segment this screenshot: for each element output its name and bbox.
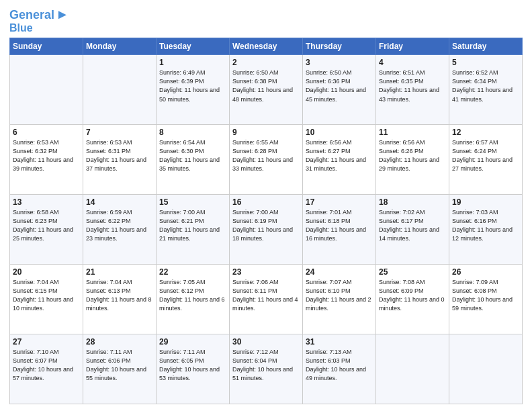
calendar-cell: 12Sunrise: 6:57 AM Sunset: 6:24 PM Dayli…	[449, 125, 523, 195]
day-number: 10	[306, 128, 373, 137]
calendar-cell: 7Sunrise: 6:53 AM Sunset: 6:31 PM Daylig…	[83, 125, 157, 195]
day-info: Sunrise: 7:06 AM Sunset: 6:11 PM Dayligh…	[232, 278, 300, 313]
calendar-cell: 31Sunrise: 7:13 AM Sunset: 6:03 PM Dayli…	[303, 334, 376, 404]
calendar-header-saturday: Saturday	[449, 38, 523, 55]
calendar-cell: 22Sunrise: 7:05 AM Sunset: 6:12 PM Dayli…	[157, 265, 230, 334]
calendar-cell: 24Sunrise: 7:07 AM Sunset: 6:10 PM Dayli…	[303, 265, 376, 334]
day-number: 13	[13, 197, 80, 207]
day-info: Sunrise: 6:57 AM Sunset: 6:24 PM Dayligh…	[452, 138, 519, 173]
calendar-week-4: 20Sunrise: 7:04 AM Sunset: 6:15 PM Dayli…	[10, 265, 523, 334]
day-number: 28	[86, 337, 153, 347]
calendar-cell: 20Sunrise: 7:04 AM Sunset: 6:15 PM Dayli…	[10, 265, 83, 334]
day-number: 5	[452, 58, 519, 67]
day-info: Sunrise: 7:04 AM Sunset: 6:13 PM Dayligh…	[86, 278, 153, 313]
day-number: 25	[379, 267, 446, 277]
day-info: Sunrise: 6:54 AM Sunset: 6:30 PM Dayligh…	[159, 138, 226, 173]
day-number: 27	[13, 337, 80, 347]
calendar-cell: 3Sunrise: 6:50 AM Sunset: 6:36 PM Daylig…	[303, 55, 376, 125]
calendar-header-tuesday: Tuesday	[157, 38, 230, 55]
day-number: 21	[86, 267, 153, 277]
day-number: 29	[159, 337, 226, 347]
day-info: Sunrise: 6:49 AM Sunset: 6:39 PM Dayligh…	[159, 68, 226, 103]
logo-blue-text: Blue	[9, 22, 33, 34]
day-number: 24	[306, 267, 373, 277]
logo: General► Blue	[9, 7, 69, 34]
calendar-cell: 6Sunrise: 6:53 AM Sunset: 6:32 PM Daylig…	[10, 125, 83, 195]
day-number: 18	[379, 197, 446, 207]
calendar-header: SundayMondayTuesdayWednesdayThursdayFrid…	[10, 38, 523, 55]
calendar-cell: 18Sunrise: 7:02 AM Sunset: 6:17 PM Dayli…	[376, 195, 449, 265]
day-info: Sunrise: 7:05 AM Sunset: 6:12 PM Dayligh…	[159, 278, 226, 313]
calendar-cell: 17Sunrise: 7:01 AM Sunset: 6:18 PM Dayli…	[303, 195, 376, 265]
calendar-header-wednesday: Wednesday	[230, 38, 303, 55]
calendar-cell: 26Sunrise: 7:09 AM Sunset: 6:08 PM Dayli…	[449, 265, 523, 334]
day-info: Sunrise: 7:13 AM Sunset: 6:03 PM Dayligh…	[306, 348, 373, 383]
calendar-week-1: 1Sunrise: 6:49 AM Sunset: 6:39 PM Daylig…	[10, 55, 523, 125]
day-info: Sunrise: 6:58 AM Sunset: 6:23 PM Dayligh…	[13, 208, 80, 243]
day-info: Sunrise: 7:11 AM Sunset: 6:05 PM Dayligh…	[159, 348, 226, 383]
calendar-cell	[10, 55, 83, 125]
calendar-cell: 14Sunrise: 6:59 AM Sunset: 6:22 PM Dayli…	[83, 195, 157, 265]
day-number: 22	[159, 267, 226, 277]
day-info: Sunrise: 7:09 AM Sunset: 6:08 PM Dayligh…	[452, 278, 519, 313]
day-info: Sunrise: 7:03 AM Sunset: 6:16 PM Dayligh…	[452, 208, 519, 243]
calendar-cell: 1Sunrise: 6:49 AM Sunset: 6:39 PM Daylig…	[157, 55, 230, 125]
day-info: Sunrise: 6:50 AM Sunset: 6:38 PM Dayligh…	[232, 68, 300, 103]
day-info: Sunrise: 6:55 AM Sunset: 6:28 PM Dayligh…	[232, 138, 300, 173]
day-info: Sunrise: 6:59 AM Sunset: 6:22 PM Dayligh…	[86, 208, 153, 243]
day-number: 17	[306, 197, 373, 207]
day-info: Sunrise: 7:00 AM Sunset: 6:19 PM Dayligh…	[232, 208, 300, 243]
calendar-header-sunday: Sunday	[10, 38, 83, 55]
calendar-cell: 27Sunrise: 7:10 AM Sunset: 6:07 PM Dayli…	[10, 334, 83, 404]
calendar-header-monday: Monday	[83, 38, 157, 55]
day-number: 7	[86, 128, 153, 137]
day-info: Sunrise: 6:56 AM Sunset: 6:26 PM Dayligh…	[379, 138, 446, 173]
calendar-header-thursday: Thursday	[303, 38, 376, 55]
day-info: Sunrise: 7:11 AM Sunset: 6:06 PM Dayligh…	[86, 348, 153, 383]
calendar-cell: 19Sunrise: 7:03 AM Sunset: 6:16 PM Dayli…	[449, 195, 523, 265]
calendar-cell	[376, 334, 449, 404]
day-number: 3	[306, 58, 373, 67]
day-info: Sunrise: 7:08 AM Sunset: 6:09 PM Dayligh…	[379, 278, 446, 313]
day-info: Sunrise: 6:50 AM Sunset: 6:36 PM Dayligh…	[306, 68, 373, 103]
calendar-cell: 30Sunrise: 7:12 AM Sunset: 6:04 PM Dayli…	[230, 334, 303, 404]
logo-text: General►	[9, 7, 69, 22]
calendar-cell: 5Sunrise: 6:52 AM Sunset: 6:34 PM Daylig…	[449, 55, 523, 125]
day-info: Sunrise: 7:00 AM Sunset: 6:21 PM Dayligh…	[159, 208, 226, 243]
day-number: 4	[379, 58, 446, 67]
day-info: Sunrise: 6:53 AM Sunset: 6:32 PM Dayligh…	[13, 138, 80, 173]
calendar-week-5: 27Sunrise: 7:10 AM Sunset: 6:07 PM Dayli…	[10, 334, 523, 404]
day-info: Sunrise: 7:01 AM Sunset: 6:18 PM Dayligh…	[306, 208, 373, 243]
calendar-cell: 21Sunrise: 7:04 AM Sunset: 6:13 PM Dayli…	[83, 265, 157, 334]
day-number: 30	[232, 337, 300, 347]
day-info: Sunrise: 7:10 AM Sunset: 6:07 PM Dayligh…	[13, 348, 80, 383]
header: General► Blue	[9, 7, 523, 34]
calendar-cell: 23Sunrise: 7:06 AM Sunset: 6:11 PM Dayli…	[230, 265, 303, 334]
day-info: Sunrise: 6:56 AM Sunset: 6:27 PM Dayligh…	[306, 138, 373, 173]
day-number: 11	[379, 128, 446, 137]
calendar-week-3: 13Sunrise: 6:58 AM Sunset: 6:23 PM Dayli…	[10, 195, 523, 265]
calendar-cell: 2Sunrise: 6:50 AM Sunset: 6:38 PM Daylig…	[230, 55, 303, 125]
calendar-cell: 9Sunrise: 6:55 AM Sunset: 6:28 PM Daylig…	[230, 125, 303, 195]
calendar-cell	[83, 55, 157, 125]
day-number: 31	[306, 337, 373, 347]
calendar-cell: 13Sunrise: 6:58 AM Sunset: 6:23 PM Dayli…	[10, 195, 83, 265]
day-number: 23	[232, 267, 300, 277]
day-info: Sunrise: 6:52 AM Sunset: 6:34 PM Dayligh…	[452, 68, 519, 103]
calendar-cell: 16Sunrise: 7:00 AM Sunset: 6:19 PM Dayli…	[230, 195, 303, 265]
day-info: Sunrise: 7:12 AM Sunset: 6:04 PM Dayligh…	[232, 348, 300, 383]
page-container: General► Blue SundayMondayTuesdayWednesd…	[0, 0, 532, 411]
day-info: Sunrise: 7:04 AM Sunset: 6:15 PM Dayligh…	[13, 278, 80, 313]
calendar-cell: 8Sunrise: 6:54 AM Sunset: 6:30 PM Daylig…	[157, 125, 230, 195]
calendar-cell	[449, 334, 523, 404]
day-number: 15	[159, 197, 226, 207]
calendar-cell: 28Sunrise: 7:11 AM Sunset: 6:06 PM Dayli…	[83, 334, 157, 404]
day-number: 14	[86, 197, 153, 207]
calendar-cell: 11Sunrise: 6:56 AM Sunset: 6:26 PM Dayli…	[376, 125, 449, 195]
day-info: Sunrise: 6:51 AM Sunset: 6:35 PM Dayligh…	[379, 68, 446, 103]
day-info: Sunrise: 6:53 AM Sunset: 6:31 PM Dayligh…	[86, 138, 153, 173]
calendar-cell: 10Sunrise: 6:56 AM Sunset: 6:27 PM Dayli…	[303, 125, 376, 195]
logo-bird-icon: ►	[56, 7, 69, 21]
day-info: Sunrise: 7:07 AM Sunset: 6:10 PM Dayligh…	[306, 278, 373, 313]
day-number: 19	[452, 197, 519, 207]
